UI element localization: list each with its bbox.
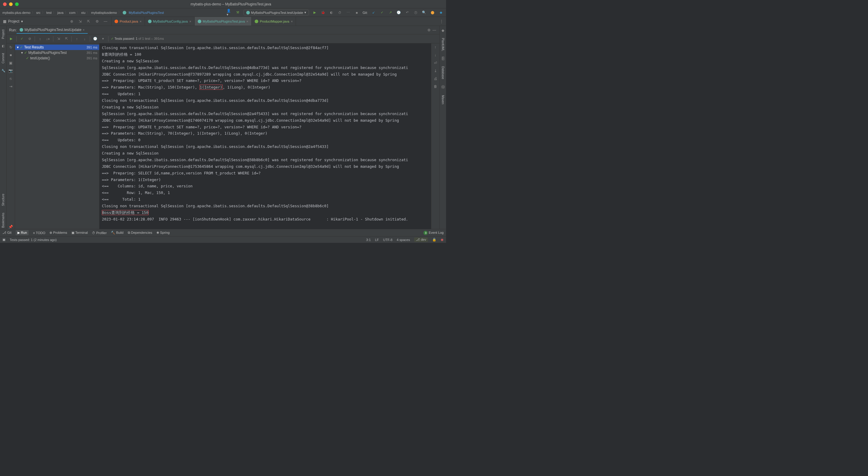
plantuml-icon[interactable]: ◆ bbox=[441, 28, 444, 33]
git-push-icon[interactable]: ↗ bbox=[388, 10, 393, 15]
test-tree[interactable]: ▾✓ Test Results 391 ms ▾✓ MyBatisPlusPlu… bbox=[15, 43, 99, 229]
collapse-all-icon[interactable]: ⇱ bbox=[86, 19, 91, 24]
debug-button[interactable]: 🐞 bbox=[320, 10, 326, 15]
pin-icon[interactable]: 📌 bbox=[8, 225, 13, 229]
bottom-dependencies[interactable]: ⧉ Dependencies bbox=[128, 231, 152, 235]
run-button[interactable]: ▶ bbox=[312, 10, 317, 15]
layout-icon[interactable]: ▣ bbox=[9, 61, 12, 65]
show-passed-icon[interactable]: ✓ bbox=[19, 36, 24, 41]
status-git-branch[interactable]: ⎇ dev bbox=[414, 237, 428, 242]
close-tab-icon[interactable]: × bbox=[189, 20, 191, 23]
next-test-icon[interactable]: ↓ bbox=[82, 36, 87, 41]
print-icon[interactable]: 🖨 bbox=[434, 76, 437, 81]
settings-icon[interactable]: ⚙ bbox=[94, 19, 100, 24]
rail-bookmarks[interactable]: Bookmarks bbox=[1, 212, 5, 229]
run-hide-icon[interactable]: — bbox=[432, 27, 437, 33]
prev-test-icon[interactable]: ↑ bbox=[74, 36, 80, 41]
run-configuration-selector[interactable]: MyBatisPlusPluginsTest.testUpdate ▾ bbox=[244, 10, 309, 15]
sort-icon-2[interactable]: ↓≡ bbox=[45, 36, 51, 41]
test-tree-class[interactable]: ▾✓ MyBatisPlusPluginsTest 391 ms bbox=[15, 50, 99, 56]
rail-icon-1[interactable]: ◧ bbox=[2, 44, 4, 47]
close-run-tab[interactable]: × bbox=[83, 28, 84, 32]
status-indent[interactable]: 4 spaces bbox=[397, 238, 410, 242]
close-tab-icon[interactable]: × bbox=[291, 20, 293, 23]
bottom-event-log[interactable]: 3 Event Log bbox=[424, 231, 444, 235]
editor-tab[interactable]: MyBatisPlusConfig.java× bbox=[145, 17, 195, 26]
soft-wrap-icon[interactable]: ⏎ bbox=[434, 61, 437, 65]
attach-button[interactable]: ⋯ bbox=[346, 10, 351, 15]
close-tab-icon[interactable]: × bbox=[247, 20, 248, 23]
rail-maven[interactable]: Maven bbox=[441, 94, 444, 105]
stop-gutter-icon[interactable]: ■ bbox=[10, 53, 12, 57]
rail-project[interactable]: Project bbox=[1, 28, 5, 40]
bottom-terminal[interactable]: ▣ Terminal bbox=[71, 231, 88, 235]
rerun-button[interactable]: ▶ bbox=[8, 36, 14, 41]
expand-all-icon[interactable]: ⇲ bbox=[78, 19, 83, 24]
bottom-todo[interactable]: ≡ TODO bbox=[33, 231, 45, 235]
scroll-to-end-icon[interactable]: ⤓ bbox=[434, 69, 437, 73]
wrench-icon[interactable]: 🔧 bbox=[1, 69, 5, 72]
rail-commit[interactable]: Commit bbox=[1, 52, 5, 64]
import-tests-icon[interactable]: ▾ bbox=[100, 36, 106, 41]
select-opened-file-icon[interactable]: ⊕ bbox=[69, 19, 74, 24]
user-icon[interactable]: 👤▾ bbox=[227, 10, 232, 15]
git-commit-icon[interactable]: ✓ bbox=[379, 10, 384, 15]
rail-database[interactable]: Database bbox=[441, 65, 444, 81]
run-settings-icon[interactable]: ⚙ bbox=[426, 27, 432, 33]
bottom-spring[interactable]: ❀ Spring bbox=[156, 231, 170, 235]
bottom-build[interactable]: 🔨 Build bbox=[111, 231, 124, 235]
profile-button[interactable]: ⏱ bbox=[337, 10, 343, 15]
bottom-problems[interactable]: ⊗ Problems bbox=[50, 231, 67, 235]
bottom-git[interactable]: ⎇ Git bbox=[2, 231, 11, 235]
bottom-profiler[interactable]: ⏱ Profiler bbox=[92, 231, 107, 235]
maven-icon[interactable]: Ⓜ bbox=[441, 85, 445, 90]
sort-icon-1[interactable]: ↕ bbox=[37, 36, 43, 41]
expand-tests-icon[interactable]: ⇲ bbox=[56, 36, 61, 41]
database-icon[interactable]: 🗄 bbox=[441, 57, 445, 61]
bottom-run[interactable]: ▶ Run bbox=[16, 230, 29, 235]
project-tool-header[interactable]: ▦ Project ▾ ⊕ ⇲ ⇱ ⚙ — bbox=[0, 17, 112, 26]
exit-icon[interactable]: ⎋ bbox=[10, 76, 12, 81]
scroll-down-icon[interactable]: ↓ bbox=[435, 53, 436, 57]
git-update-icon[interactable]: ↙ bbox=[371, 10, 376, 15]
stop-button[interactable]: ■ bbox=[354, 10, 360, 15]
jetbrains-toolbox-icon[interactable]: ◆ bbox=[438, 10, 444, 15]
clear-console-icon[interactable]: 🗑 bbox=[434, 84, 437, 89]
editor-tab[interactable]: MyBatisPlusPluginsTest.java× bbox=[195, 17, 252, 26]
status-lock-icon[interactable]: 🔒 bbox=[432, 238, 436, 242]
status-tool-icon[interactable]: ▣ bbox=[2, 238, 5, 242]
camera-icon[interactable]: 📷 bbox=[8, 69, 13, 73]
editor-tab[interactable]: ProductMapper.java× bbox=[252, 17, 296, 26]
more-tabs-icon[interactable]: ⋮ bbox=[439, 19, 444, 24]
status-caret-pos[interactable]: 3:1 bbox=[366, 238, 371, 242]
breadcrumb[interactable]: mybatis-plus-demo〉src〉test〉java〉com〉xiu〉… bbox=[2, 10, 164, 15]
git-history-icon[interactable]: 🕘 bbox=[396, 10, 401, 15]
ide-update-icon[interactable]: ⬤ bbox=[430, 10, 435, 15]
test-tree-root[interactable]: ▾✓ Test Results 391 ms bbox=[15, 44, 99, 50]
status-line-sep[interactable]: LF bbox=[375, 238, 379, 242]
maximize-window[interactable] bbox=[15, 2, 19, 6]
collapse-tests-icon[interactable]: ⇱ bbox=[64, 36, 69, 41]
hide-icon[interactable]: — bbox=[103, 19, 108, 24]
close-window[interactable] bbox=[3, 2, 7, 6]
minimize-window[interactable] bbox=[9, 2, 13, 6]
search-everywhere-icon[interactable]: 🔍 bbox=[421, 10, 427, 15]
scroll-up-icon[interactable]: ↑ bbox=[435, 45, 436, 50]
translate-icon[interactable]: ㊊ bbox=[413, 10, 418, 15]
build-hammer-icon[interactable]: ⚒ bbox=[235, 10, 241, 15]
show-ignored-icon[interactable]: ⊘ bbox=[27, 36, 32, 41]
status-copilot-icon[interactable]: ◉ bbox=[441, 238, 444, 242]
test-history-icon[interactable]: 🕘 bbox=[93, 36, 98, 41]
export-icon[interactable]: ⇥ bbox=[9, 84, 12, 89]
coverage-button[interactable]: ◐ bbox=[329, 10, 334, 15]
console-output[interactable]: Closing non transactional SqlSession [or… bbox=[99, 43, 431, 229]
git-rollback-icon[interactable]: ↶ bbox=[404, 10, 410, 15]
run-tab[interactable]: MyBatisPlusPluginsTest.testUpdate × bbox=[17, 27, 87, 34]
status-encoding[interactable]: UTF-8 bbox=[383, 238, 393, 242]
rail-plantuml[interactable]: PlantUML bbox=[441, 37, 444, 53]
close-tab-icon[interactable]: × bbox=[140, 20, 141, 23]
editor-tab[interactable]: Product.java× bbox=[112, 17, 145, 26]
rail-structure[interactable]: Structure bbox=[1, 192, 5, 207]
test-tree-method[interactable]: ✓ testUpdate() 391 ms bbox=[15, 56, 99, 61]
rerun-gutter-icon[interactable]: ↻ bbox=[9, 45, 12, 50]
